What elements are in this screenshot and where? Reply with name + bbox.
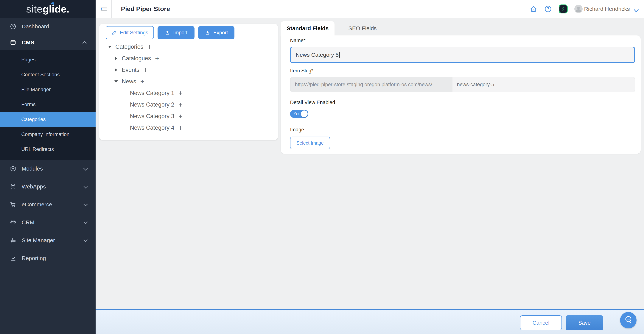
chat-button[interactable]: [620, 312, 636, 329]
chevron-down-icon: [634, 7, 639, 11]
slug-prefix: https://pied-piper-store.staging.oregon.…: [290, 77, 452, 92]
sub-item-label: Content Sections: [21, 72, 60, 78]
pencil-icon: [111, 30, 117, 35]
tab-seo-fields[interactable]: SEO Fields: [334, 21, 390, 35]
sidebar-item-reporting[interactable]: Reporting: [0, 249, 96, 267]
categories-panel: Edit Settings Import Export Categories +: [99, 24, 278, 140]
sidebar-item-categories[interactable]: Categories: [0, 112, 96, 127]
sidebar-item-label: Modules: [22, 166, 84, 172]
topbar-actions: Richard Hendricks: [530, 0, 639, 18]
tree-row-events: Events +: [106, 64, 274, 76]
tree-row-news-category-2: News Category 2 +: [106, 99, 274, 110]
sidebar-item-pages[interactable]: Pages: [0, 52, 96, 67]
tab-standard-fields[interactable]: Standard Fields: [281, 21, 334, 35]
name-label: Name*: [290, 38, 306, 43]
sub-item-label: Pages: [21, 57, 36, 63]
cancel-button[interactable]: Cancel: [520, 315, 562, 330]
chevron-down-icon: [83, 238, 88, 242]
footer-action-bar: Cancel Save: [96, 309, 644, 334]
gauge-icon: [10, 23, 16, 30]
tree-item-label[interactable]: Categories: [115, 43, 143, 50]
sub-item-label: Company Information: [21, 132, 70, 137]
sidebar-item-label: CMS: [22, 39, 84, 46]
categories-toolbar: Edit Settings Import Export: [106, 26, 234, 39]
tree-item-label[interactable]: News Category 3: [130, 113, 174, 120]
chevron-down-icon: [83, 184, 88, 188]
sidebar-item-crm[interactable]: CRM: [0, 213, 96, 231]
add-icon[interactable]: +: [140, 78, 144, 85]
tree-item-label[interactable]: Catalogues: [122, 55, 151, 62]
logo-text-bold: glide.: [42, 3, 69, 15]
add-icon[interactable]: +: [178, 124, 182, 131]
tab-label: SEO Fields: [348, 25, 377, 31]
cancel-label: Cancel: [532, 320, 549, 326]
item-slug-field: https://pied-piper-store.staging.oregon.…: [290, 77, 635, 92]
sidebar-item-dashboard[interactable]: Dashboard: [0, 18, 96, 35]
sidebar-item-modules[interactable]: Modules: [0, 160, 96, 178]
save-button[interactable]: Save: [566, 315, 603, 330]
siteglide-badge-icon[interactable]: [559, 4, 568, 13]
database-icon: [10, 183, 16, 190]
cube-icon: [10, 165, 16, 172]
tree-item-label[interactable]: News: [122, 78, 136, 85]
caret-right-icon[interactable]: [114, 68, 118, 72]
slug-input[interactable]: news-category-5: [452, 77, 635, 92]
tree-row-news-category-3: News Category 3 +: [106, 110, 274, 122]
tree-item-label[interactable]: Events: [122, 67, 140, 73]
caret-right-icon[interactable]: [114, 57, 118, 60]
sidebar-item-site-manager[interactable]: Site Manager: [0, 231, 96, 249]
name-input[interactable]: News Category 5: [290, 47, 635, 63]
add-icon[interactable]: +: [144, 66, 148, 73]
caret-down-icon[interactable]: [114, 80, 118, 83]
add-icon[interactable]: +: [155, 55, 159, 62]
chevron-down-icon: [83, 166, 88, 170]
import-label: Import: [173, 30, 188, 36]
sidebar-item-url-redirects[interactable]: URL Redirects: [0, 142, 96, 157]
sidebar-item-label: Site Manager: [22, 237, 84, 244]
import-button[interactable]: Import: [158, 26, 194, 39]
toggle-on-label: Yes: [294, 111, 300, 116]
tree-row-categories: Categories +: [106, 41, 274, 53]
tab-label: Standard Fields: [286, 25, 328, 31]
export-button[interactable]: Export: [198, 26, 234, 39]
caret-down-icon[interactable]: [108, 46, 112, 48]
sub-item-label: URL Redirects: [21, 146, 54, 152]
sidebar-item-company-information[interactable]: Company Information: [0, 127, 96, 142]
detail-view-toggle[interactable]: Yes: [290, 110, 308, 118]
help-icon[interactable]: [544, 5, 552, 13]
sliders-icon: [10, 237, 16, 244]
sidebar-item-cms[interactable]: CMS: [0, 35, 96, 50]
add-icon[interactable]: +: [178, 90, 182, 97]
tree-row-news-category-1: News Category 1 +: [106, 87, 274, 99]
tree-item-label[interactable]: News Category 2: [130, 101, 174, 108]
tree-row-catalogues: Catalogues +: [106, 53, 274, 64]
edit-settings-button[interactable]: Edit Settings: [106, 26, 154, 39]
sidebar-item-forms[interactable]: Forms: [0, 97, 96, 112]
download-icon: [205, 30, 210, 35]
add-icon[interactable]: +: [178, 113, 182, 120]
sidebar-item-file-manager[interactable]: File Manager: [0, 82, 96, 97]
user-menu[interactable]: Richard Hendricks: [574, 5, 639, 13]
paper-plane-icon: [49, 0, 56, 8]
sub-item-label: Categories: [21, 117, 46, 122]
topbar-divider: [111, 0, 112, 18]
select-image-button[interactable]: Select Image: [290, 137, 330, 149]
add-icon[interactable]: +: [178, 101, 182, 108]
detail-view-enabled-label: Detail View Enabled: [290, 100, 335, 105]
standard-fields-form: Name* News Category 5 Item Slug* https:/…: [281, 35, 641, 154]
add-icon[interactable]: +: [148, 43, 152, 50]
chat-bubble-icon: [624, 315, 633, 326]
app-window: siteglide. Dashboard CMS Pages Content S…: [0, 0, 644, 334]
collapse-sidebar-icon[interactable]: [100, 5, 108, 13]
logo-text-light: site: [26, 3, 42, 15]
cms-submenu: Pages Content Sections File Manager Form…: [0, 50, 96, 160]
tree-item-label[interactable]: News Category 4: [130, 124, 174, 131]
home-icon[interactable]: [530, 5, 538, 13]
sidebar-item-webapps[interactable]: WebApps: [0, 178, 96, 196]
export-label: Export: [213, 30, 228, 36]
sidebar-item-label: CRM: [22, 219, 84, 226]
sidebar-item-content-sections[interactable]: Content Sections: [0, 67, 96, 82]
sidebar-item-ecommerce[interactable]: eCommerce: [0, 196, 96, 213]
tree-item-label[interactable]: News Category 1: [130, 90, 174, 96]
sub-item-label: File Manager: [21, 87, 51, 92]
